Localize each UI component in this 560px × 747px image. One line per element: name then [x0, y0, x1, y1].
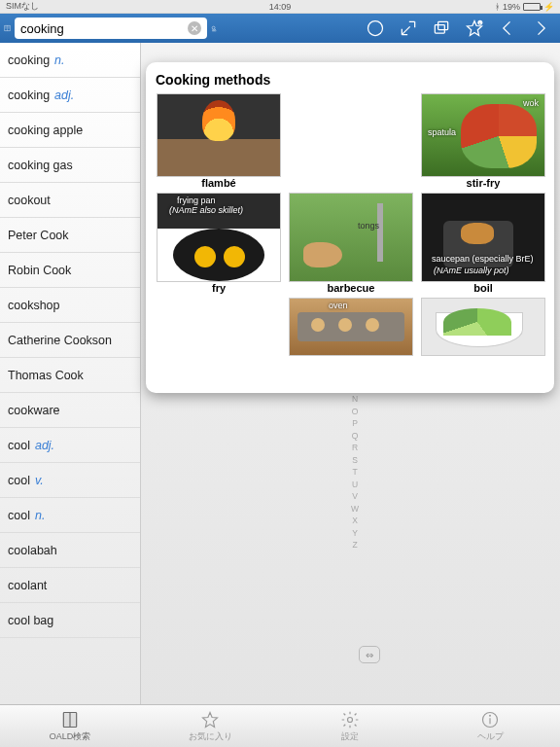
- clear-search-icon[interactable]: ✕: [188, 21, 201, 35]
- main-area: cookingn.cookingadj.cooking applecooking…: [0, 43, 560, 704]
- sidebar-item[interactable]: cookingadj.: [0, 78, 140, 113]
- sidebar-item[interactable]: coolabah: [0, 533, 140, 568]
- battery-icon: [523, 3, 541, 11]
- svg-rect-12: [438, 21, 448, 29]
- pos-label: v.: [35, 474, 44, 487]
- caption: fry: [212, 282, 226, 294]
- charging-icon: ⚡: [543, 2, 554, 12]
- sidebar-item[interactable]: cooking apple: [0, 113, 140, 148]
- sidebar-item[interactable]: Peter Cook: [0, 218, 140, 253]
- pos-label: n.: [54, 53, 64, 67]
- status-right: ᚼ 19% ⚡: [495, 2, 554, 12]
- circle-icon[interactable]: [366, 18, 385, 38]
- svg-point-10: [368, 21, 383, 36]
- alpha-N[interactable]: N: [351, 393, 359, 406]
- boil-image: saucepan (especially BrE) (NAmE usually …: [421, 193, 545, 282]
- sidebar-item-label: coolabah: [8, 544, 57, 557]
- windows-icon[interactable]: [432, 18, 451, 38]
- info-icon: [480, 710, 500, 729]
- sidebar-item[interactable]: Thomas Cook: [0, 358, 140, 393]
- sidebar-item[interactable]: cookout: [0, 183, 140, 218]
- caption: boil: [473, 282, 493, 294]
- alphabet-index[interactable]: NOPQRSTUVWXYZ: [351, 393, 359, 551]
- sidebar-item-label: Peter Cook: [8, 229, 69, 242]
- tab-favorites[interactable]: お気に入り: [140, 705, 280, 747]
- barbecue-image: tongs: [289, 193, 413, 282]
- sidebar-item-label: cool: [8, 509, 30, 522]
- pos-label: adj.: [35, 439, 54, 452]
- method-boil[interactable]: saucepan (especially BrE) (NAmE usually …: [420, 193, 546, 294]
- alpha-O[interactable]: O: [351, 406, 359, 418]
- sidebar-item-label: cooking: [8, 53, 50, 67]
- flambe-image: [157, 93, 281, 177]
- sidebar-item[interactable]: cookware: [0, 393, 140, 428]
- tab-label: ヘルプ: [477, 730, 504, 743]
- popover-grid: flambé wok spatula stir-fry frying pan (…: [156, 93, 546, 356]
- sidebar-item[interactable]: coolv.: [0, 463, 140, 498]
- alpha-U[interactable]: U: [351, 479, 359, 491]
- steam-image: [421, 298, 545, 356]
- tab-help[interactable]: ヘルプ: [420, 705, 560, 747]
- alpha-T[interactable]: T: [351, 466, 359, 479]
- svg-rect-11: [435, 25, 444, 33]
- sidebar-item-label: Catherine Cookson: [8, 334, 112, 347]
- status-time: 14:09: [269, 2, 292, 12]
- sidebar-item-label: cooking apple: [8, 124, 83, 137]
- method-bake[interactable]: oven: [288, 298, 414, 356]
- pos-label: n.: [35, 509, 45, 522]
- alpha-X[interactable]: X: [351, 515, 359, 527]
- tab-label: OALD検索: [50, 730, 91, 743]
- method-stirfry[interactable]: wok spatula stir-fry: [420, 93, 546, 189]
- toolbar: ✕ +: [0, 14, 560, 43]
- method-fry[interactable]: frying pan (NAmE also skillet) fry: [156, 193, 282, 294]
- alpha-S[interactable]: S: [351, 454, 359, 467]
- sidebar-item[interactable]: coolant: [0, 568, 140, 603]
- search-input[interactable]: [20, 21, 184, 36]
- caption: stir-fry: [467, 177, 501, 189]
- svg-point-20: [490, 715, 491, 716]
- alpha-V[interactable]: V: [351, 490, 359, 503]
- sidebar-item[interactable]: cookingn.: [0, 43, 140, 78]
- alpha-Y[interactable]: Y: [351, 527, 359, 540]
- method-flambe[interactable]: flambé: [156, 93, 282, 189]
- favorite-icon[interactable]: +: [465, 18, 484, 38]
- pos-label: adj.: [54, 89, 74, 102]
- sidebar-item[interactable]: cool bag: [0, 603, 140, 638]
- gear-icon: [340, 710, 360, 729]
- alpha-P[interactable]: P: [351, 417, 359, 430]
- sidebar-item[interactable]: Robin Cook: [0, 253, 140, 288]
- bake-image: oven: [289, 298, 413, 356]
- sidebar-item-label: cookshop: [8, 299, 60, 312]
- alpha-R[interactable]: R: [351, 442, 359, 454]
- popover-title: Cooking methods: [156, 72, 546, 88]
- tab-search[interactable]: OALD検索: [0, 705, 140, 747]
- dictionary-icon[interactable]: [4, 19, 11, 37]
- sidebar-item-label: cool bag: [8, 614, 53, 627]
- back-icon[interactable]: [498, 18, 517, 38]
- alpha-W[interactable]: W: [351, 503, 359, 516]
- sidebar-item[interactable]: Catherine Cookson: [0, 323, 140, 358]
- sidebar-item-label: cool: [8, 474, 30, 487]
- toolbar-left: ✕: [0, 18, 222, 39]
- forward-icon[interactable]: [531, 18, 550, 38]
- tab-settings[interactable]: 設定: [280, 705, 420, 747]
- search-options-icon[interactable]: [211, 18, 218, 38]
- expand-icon[interactable]: [399, 18, 418, 38]
- method-barbecue[interactable]: tongs barbecue: [288, 193, 414, 294]
- status-bar: SIMなし 14:09 ᚼ 19% ⚡: [0, 0, 560, 14]
- method-steam[interactable]: [420, 298, 546, 356]
- star-icon: [200, 710, 220, 729]
- tab-bar: OALD検索 お気に入り 設定 ヘルプ: [0, 704, 560, 747]
- sidebar-item-label: Robin Cook: [8, 264, 71, 277]
- sidebar-item-label: cooking gas: [8, 159, 73, 172]
- alpha-Q[interactable]: Q: [351, 430, 359, 443]
- alpha-Z[interactable]: Z: [351, 539, 359, 551]
- sidebar-item[interactable]: cooking gas: [0, 148, 140, 183]
- sidebar-item[interactable]: cooladj.: [0, 428, 140, 463]
- results-sidebar[interactable]: cookingn.cookingadj.cooking applecooking…: [0, 43, 141, 704]
- collapse-handle-icon[interactable]: ⇔: [359, 646, 380, 663]
- sidebar-item[interactable]: cookshop: [0, 288, 140, 323]
- sidebar-item-label: cookware: [8, 404, 60, 417]
- sidebar-item[interactable]: cooln.: [0, 498, 140, 533]
- sidebar-item-label: cool: [8, 439, 30, 452]
